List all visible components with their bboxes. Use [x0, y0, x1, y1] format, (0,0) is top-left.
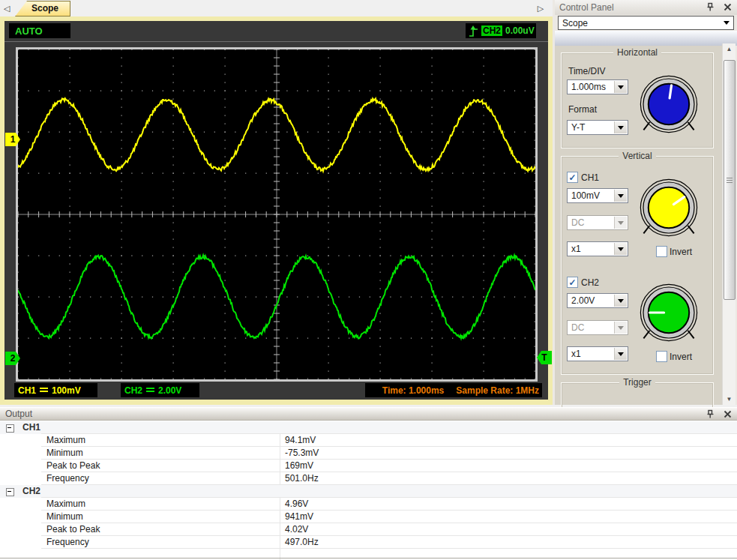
sample-rate-status: Sample Rate: 1MHz	[456, 385, 539, 396]
output-group-name: CH1	[22, 422, 40, 433]
time-div-label: Time/DIV	[568, 66, 606, 76]
measurement-value: 501.0Hz	[285, 473, 319, 484]
output-measurement-row: Frequency497.0Hz	[0, 536, 737, 549]
horizontal-group-title: Horizontal	[613, 47, 661, 58]
ch1-probe-dropdown[interactable]: x1	[567, 241, 628, 256]
measurement-value: 4.02V	[285, 524, 308, 535]
waveform-plot	[16, 47, 538, 382]
vertical-group-title: Vertical	[619, 151, 655, 161]
output-measurement-row: Minimum941mV	[0, 511, 737, 523]
measurement-value: 941mV	[285, 511, 313, 522]
ch2-status-label: CH2	[124, 385, 142, 396]
pin-icon[interactable]	[706, 409, 715, 419]
ch1-enable-checkbox[interactable]: ✓	[567, 172, 578, 183]
time-div-value: 1.000ms	[571, 82, 606, 92]
collapse-icon[interactable]	[6, 424, 14, 433]
output-measurement-row: Peak to Peak169mV	[0, 460, 737, 472]
oscilloscope-app-window: ◁ Scope ▷ AUTO CH2 0.00uV	[0, 0, 737, 560]
tab-scroll-left-icon[interactable]: ◁	[1, 2, 12, 14]
ch1-marker-label: 1	[10, 134, 16, 145]
measurement-label: Minimum	[46, 448, 83, 458]
ch2-coupling-icon	[146, 388, 154, 394]
ch1-checkmark: ✓	[568, 174, 576, 181]
trigger-level-marker[interactable]: T	[537, 351, 552, 364]
output-measurement-row: Maximum4.96V	[0, 498, 737, 511]
ch2-checkmark: ✓	[568, 279, 576, 286]
tab-scope[interactable]: Scope	[15, 1, 70, 16]
time-div-dropdown[interactable]: 1.000ms	[567, 79, 628, 94]
measurement-value: 497.0Hz	[285, 537, 319, 547]
output-measurement-row: Maximum94.1mV	[0, 434, 737, 447]
output-measurement-row: Frequency501.0Hz	[0, 472, 737, 485]
chevron-down-icon	[614, 217, 627, 229]
trigger-level-value: 0.00uV	[505, 25, 535, 36]
trigger-source-chip: CH2	[481, 25, 502, 36]
ch1-status-label: CH1	[18, 385, 36, 396]
scope-frame: AUTO CH2 0.00uV 1 2 T	[0, 16, 553, 405]
measurement-label: Peak to Peak	[46, 524, 100, 535]
ch2-scale-badge: CH2 2.00V	[121, 383, 199, 397]
scrollbar-thumb[interactable]	[724, 60, 736, 300]
chevron-down-icon	[614, 295, 627, 307]
tab-scroll-right-icon[interactable]: ▷	[535, 2, 546, 14]
format-dropdown[interactable]: Y-T	[567, 120, 628, 135]
scope-status-bar: CH1 100mV CH2 2.00V Time: 1.000ms Sample…	[4, 382, 548, 400]
ch1-scale-badge: CH1 100mV	[14, 383, 97, 397]
control-panel-header: Control Panel	[555, 0, 737, 15]
scroll-down-icon[interactable]: ▼	[723, 394, 736, 405]
bottom-divider	[0, 558, 737, 559]
output-group-name: CH2	[22, 486, 40, 496]
tab-scope-label: Scope	[31, 3, 70, 13]
rising-edge-icon	[469, 25, 478, 37]
control-panel-band	[555, 31, 737, 46]
ch2-enable-checkbox[interactable]: ✓	[567, 277, 578, 288]
chevron-down-icon	[724, 21, 730, 25]
measurement-value: 4.96V	[285, 499, 308, 509]
output-group-row: CH2	[0, 485, 737, 498]
pin-icon[interactable]	[706, 2, 715, 12]
ch1-status-scale: 100mV	[52, 385, 81, 396]
ch2-position-knob[interactable]	[639, 283, 699, 343]
close-icon[interactable]	[723, 409, 733, 419]
measurement-label: Peak to Peak	[46, 460, 100, 471]
ch2-coupling-value: DC	[571, 322, 584, 333]
measurement-label: Minimum	[46, 511, 83, 522]
ch1-coupling-icon	[40, 388, 48, 394]
trigger-readout-badge: CH2 0.00uV	[466, 23, 536, 38]
ch2-probe-value: x1	[571, 349, 581, 359]
ch1-position-knob[interactable]	[639, 178, 699, 238]
trigger-group-title: Trigger	[619, 377, 655, 388]
ch2-invert-checkbox[interactable]	[656, 351, 667, 362]
time-status: Time: 1.000ms	[382, 385, 445, 396]
ch2-coupling-dropdown: DC	[567, 320, 628, 335]
ch1-invert-checkbox[interactable]	[656, 246, 667, 257]
chevron-down-icon	[614, 121, 627, 133]
chevron-down-icon	[614, 348, 627, 360]
ch2-probe-dropdown[interactable]: x1	[567, 346, 628, 361]
acquisition-mode-label: AUTO	[15, 25, 43, 37]
panel-selector-value: Scope	[562, 18, 588, 28]
measurement-label: Maximum	[46, 499, 85, 509]
output-panel-header: Output	[0, 407, 737, 421]
horizontal-position-knob[interactable]	[639, 74, 699, 134]
chevron-down-icon	[614, 243, 627, 255]
panel-selector-dropdown[interactable]: Scope	[558, 16, 734, 30]
timebase-status-badge: Time: 1.000ms Sample Rate: 1MHz	[365, 383, 542, 397]
control-panel-title: Control Panel	[559, 2, 614, 13]
control-panel-scrollbar[interactable]: ▲ ▼	[722, 43, 736, 405]
measurement-value: 94.1mV	[285, 435, 316, 445]
ch2-marker-label: 2	[10, 353, 16, 364]
ch2-scale-dropdown[interactable]: 2.00V	[567, 293, 628, 308]
scope-display-area: AUTO CH2 0.00uV 1 2 T	[4, 21, 548, 400]
ch1-scale-value: 100mV	[571, 190, 600, 201]
chevron-down-icon	[614, 322, 627, 334]
ch2-checkbox-label: CH2	[581, 277, 599, 288]
close-icon[interactable]	[723, 2, 733, 12]
collapse-icon[interactable]	[6, 488, 14, 496]
ch1-scale-dropdown[interactable]: 100mV	[567, 188, 628, 203]
measurement-label: Maximum	[46, 435, 85, 445]
ch2-invert-label: Invert	[670, 352, 692, 362]
output-group-row: CH1	[0, 421, 737, 434]
scroll-up-icon[interactable]: ▲	[723, 43, 736, 55]
ch1-checkbox-label: CH1	[581, 172, 599, 183]
